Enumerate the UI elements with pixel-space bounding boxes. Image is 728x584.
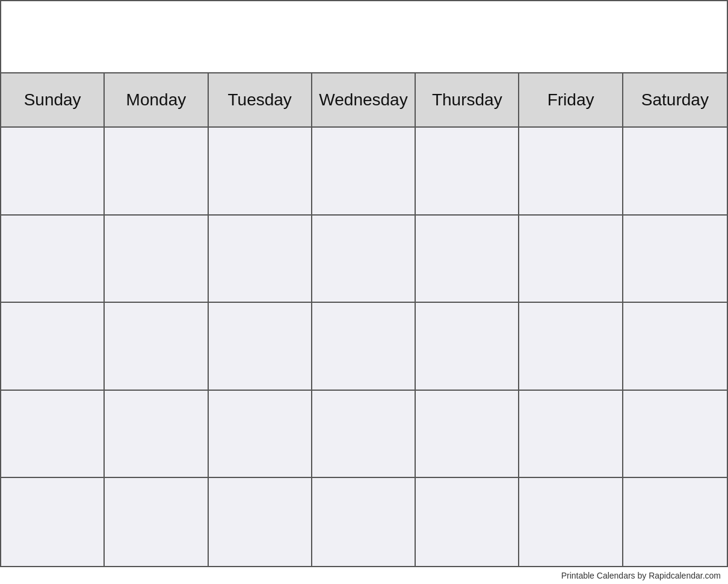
calendar-cell xyxy=(105,391,208,479)
day-header-tuesday: Tuesday xyxy=(209,73,312,128)
calendar-cell xyxy=(416,128,519,216)
day-header-wednesday: Wednesday xyxy=(312,73,416,128)
day-headers: Sunday Monday Tuesday Wednesday Thursday… xyxy=(1,73,727,128)
calendar-cell xyxy=(209,128,312,216)
calendar-cell xyxy=(1,478,105,566)
calendar-cell xyxy=(312,303,416,391)
calendar-cell xyxy=(623,128,727,216)
calendar-grid: Sunday Monday Tuesday Wednesday Thursday… xyxy=(1,73,727,566)
calendar-cell xyxy=(105,128,208,216)
calendar-cell xyxy=(105,478,208,566)
calendar-row xyxy=(1,128,727,216)
calendar-header xyxy=(1,1,727,73)
calendar-cell xyxy=(416,216,519,303)
calendar-cell xyxy=(105,216,208,303)
calendar-cell xyxy=(519,391,623,479)
calendar-cell xyxy=(623,391,727,479)
calendar-cell xyxy=(209,303,312,391)
calendar-cell xyxy=(623,478,727,566)
calendar-rows xyxy=(1,128,727,566)
day-header-thursday: Thursday xyxy=(416,73,519,128)
calendar-cell xyxy=(312,391,416,479)
calendar-cell xyxy=(312,128,416,216)
calendar-cell xyxy=(519,216,623,303)
day-header-monday: Monday xyxy=(105,73,208,128)
calendar-cell xyxy=(1,128,105,216)
calendar-cell xyxy=(519,128,623,216)
calendar-cell xyxy=(416,391,519,479)
calendar-cell xyxy=(1,303,105,391)
calendar-cell xyxy=(519,478,623,566)
calendar-cell xyxy=(209,478,312,566)
calendar-row xyxy=(1,216,727,303)
day-header-sunday: Sunday xyxy=(1,73,105,128)
calendar-cell xyxy=(312,216,416,303)
calendar-cell xyxy=(416,303,519,391)
calendar-cell xyxy=(623,303,727,391)
footer: Printable Calendars by Rapidcalendar.com xyxy=(0,567,728,584)
calendar-cell xyxy=(623,216,727,303)
day-header-friday: Friday xyxy=(519,73,623,128)
calendar-cell xyxy=(209,391,312,479)
day-header-saturday: Saturday xyxy=(623,73,727,128)
calendar-cell xyxy=(416,478,519,566)
calendar-cell xyxy=(312,478,416,566)
calendar-row xyxy=(1,478,727,566)
calendar-cell xyxy=(1,391,105,479)
footer-text: Printable Calendars by Rapidcalendar.com xyxy=(561,571,721,580)
calendar-cell xyxy=(105,303,208,391)
calendar-row xyxy=(1,303,727,391)
calendar-container: Sunday Monday Tuesday Wednesday Thursday… xyxy=(0,0,728,567)
calendar-row xyxy=(1,391,727,479)
calendar-cell xyxy=(209,216,312,303)
calendar-cell xyxy=(1,216,105,303)
calendar-cell xyxy=(519,303,623,391)
